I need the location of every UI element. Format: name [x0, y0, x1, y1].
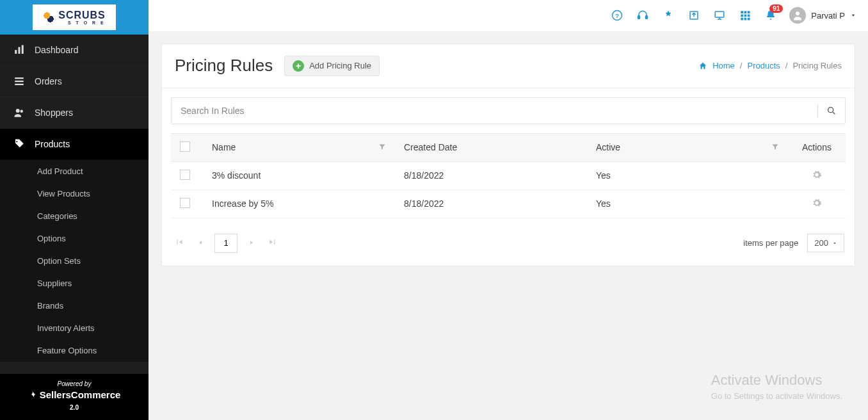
monitor-icon[interactable]	[714, 10, 725, 21]
search-input[interactable]	[172, 98, 817, 124]
main: ? 91 Parvati P	[149, 0, 868, 420]
svg-rect-21	[741, 18, 744, 20]
subnav-add-product[interactable]: Add Product	[0, 160, 149, 182]
svg-point-6	[16, 109, 20, 113]
pager-last-icon[interactable]	[266, 235, 280, 252]
cell-active: Yes	[587, 161, 788, 190]
row-actions-gear-icon[interactable]	[812, 200, 822, 210]
subnav-view-products[interactable]: View Products	[0, 182, 149, 205]
logo-text: SCRUBS S T O R E	[58, 10, 106, 25]
sidebar-item-shoppers[interactable]: Shoppers	[0, 97, 149, 129]
powered-by: Powered by SellersCommerce 2.0	[0, 374, 149, 420]
add-button-label: Add Pricing Rule	[309, 61, 371, 70]
avatar-icon	[789, 7, 806, 24]
subnav-inventory-alerts[interactable]: Inventory Alerts	[0, 317, 149, 339]
per-page-value: 200	[814, 238, 828, 248]
col-name: Name	[212, 142, 236, 152]
col-active: Active	[596, 142, 620, 152]
plus-icon: +	[293, 60, 304, 72]
headset-icon[interactable]	[637, 10, 648, 21]
card-body: Name Created Date Active Actions 3% disc…	[162, 88, 855, 266]
sidebar-item-orders[interactable]: Orders	[0, 66, 149, 97]
filter-icon[interactable]	[771, 142, 779, 152]
external-link-icon[interactable]	[688, 10, 700, 21]
powered-brand-text: SellersCommerce	[40, 389, 121, 400]
svg-rect-18	[741, 15, 744, 17]
svg-rect-19	[744, 15, 747, 17]
svg-rect-1	[19, 47, 20, 54]
sidebar-nav: Dashboard Orders Shoppers Products Add P…	[0, 35, 149, 374]
pager-next-icon[interactable]	[245, 235, 258, 252]
card: Pricing Rules + Add Pricing Rule Home / …	[161, 44, 855, 266]
topbar-icons: ? 91	[611, 10, 776, 21]
svg-rect-15	[741, 12, 744, 14]
logo-line1: SCRUBS	[58, 10, 106, 20]
tag-icon	[13, 138, 26, 150]
pager: items per page 200	[171, 234, 846, 253]
table-header-row: Name Created Date Active Actions	[171, 133, 846, 161]
svg-text:?: ?	[615, 12, 619, 19]
card-header: Pricing Rules + Add Pricing Rule Home / …	[162, 44, 855, 80]
svg-rect-23	[748, 18, 750, 20]
logo: SCRUBS S T O R E	[0, 0, 149, 35]
title-row: Pricing Rules + Add Pricing Rule	[175, 56, 380, 76]
settings-star-icon[interactable]	[663, 10, 674, 21]
help-icon[interactable]: ?	[611, 10, 623, 21]
svg-rect-20	[748, 15, 750, 17]
breadcrumb-products[interactable]: Products	[747, 61, 780, 70]
sidebar-item-products[interactable]: Products	[0, 129, 149, 160]
windows-activation-watermark: Activate Windows Go to Settings to activ…	[711, 372, 842, 401]
sidebar-item-dashboard[interactable]: Dashboard	[0, 35, 149, 66]
svg-point-25	[828, 108, 833, 113]
col-created: Created Date	[404, 142, 457, 152]
pager-right: items per page 200	[743, 234, 844, 252]
subnav-brands[interactable]: Brands	[0, 295, 149, 317]
page-input[interactable]	[214, 234, 237, 253]
svg-rect-3	[15, 77, 24, 79]
logo-box: SCRUBS S T O R E	[33, 4, 116, 30]
add-pricing-rule-button[interactable]: + Add Pricing Rule	[284, 56, 380, 76]
chevron-down-icon	[850, 11, 856, 20]
filter-icon[interactable]	[378, 142, 386, 152]
subnav-options[interactable]: Options	[0, 227, 149, 250]
breadcrumb-sep: /	[740, 61, 743, 70]
row-checkbox[interactable]	[180, 198, 190, 208]
cell-created: 8/18/2022	[395, 161, 587, 190]
svg-rect-22	[744, 18, 747, 20]
users-icon	[13, 106, 26, 119]
row-actions-gear-icon[interactable]	[812, 172, 822, 182]
subnav-feature-options[interactable]: Feature Options	[0, 339, 149, 362]
pager-prev-icon[interactable]	[194, 235, 207, 252]
notifications-icon[interactable]: 91	[765, 10, 776, 21]
table-row: 3% discount 8/18/2022 Yes	[171, 161, 846, 190]
page-title: Pricing Rules	[175, 56, 273, 76]
select-all-checkbox[interactable]	[180, 141, 190, 152]
pager-first-icon[interactable]	[172, 235, 186, 252]
row-checkbox[interactable]	[180, 170, 190, 180]
cell-name: Increase by 5%	[203, 190, 395, 218]
caret-down-icon	[832, 241, 837, 246]
subnav-suppliers[interactable]: Suppliers	[0, 272, 149, 295]
per-page-select[interactable]: 200	[807, 234, 844, 252]
svg-rect-12	[646, 16, 648, 19]
list-icon	[13, 75, 26, 88]
breadcrumb-home[interactable]: Home	[712, 61, 735, 70]
subnav-categories[interactable]: Categories	[0, 205, 149, 227]
cell-active: Yes	[587, 190, 788, 218]
subnav-option-sets[interactable]: Option Sets	[0, 250, 149, 272]
user-name: Parvati P	[811, 11, 845, 20]
svg-rect-11	[638, 16, 640, 19]
user-menu[interactable]: Parvati P	[789, 7, 856, 24]
svg-rect-17	[748, 12, 750, 14]
home-icon	[698, 61, 707, 70]
sidebar: SCRUBS S T O R E Dashboard Orders Shoppe…	[0, 0, 149, 420]
svg-rect-4	[15, 81, 24, 82]
powered-by-label: Powered by	[0, 380, 149, 387]
apps-grid-icon[interactable]	[739, 10, 751, 21]
bar-chart-icon	[13, 44, 26, 56]
notification-badge: 91	[769, 4, 783, 13]
search-button[interactable]	[818, 106, 845, 116]
topbar: ? 91 Parvati P	[149, 0, 868, 32]
svg-point-7	[20, 110, 24, 113]
rules-table: Name Created Date Active Actions 3% disc…	[171, 133, 846, 218]
